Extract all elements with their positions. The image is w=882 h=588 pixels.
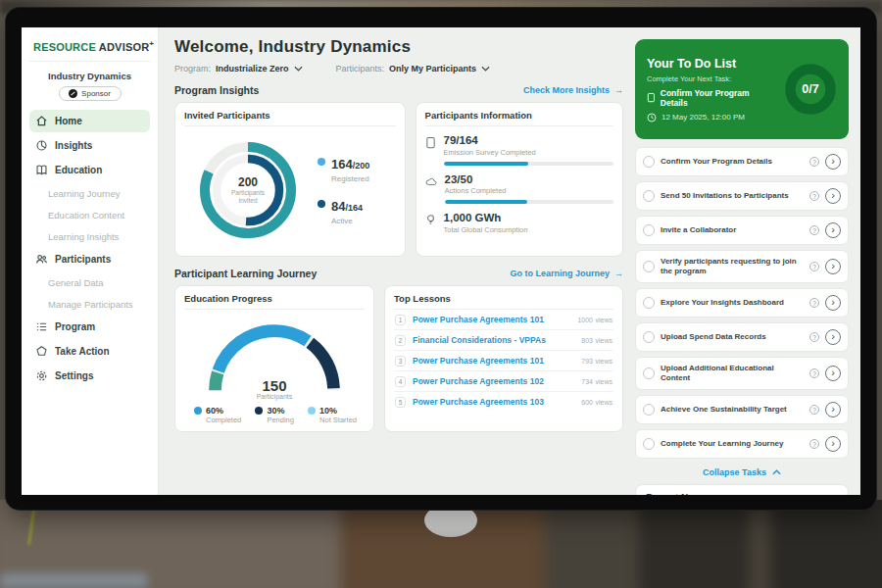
sidebar-item-participants[interactable]: Participants: [29, 248, 150, 270]
settings-icon: [35, 369, 48, 382]
lesson-link[interactable]: Power Purchase Agreements 101: [413, 356, 574, 366]
lesson-link[interactable]: Power Purchase Agreements 102: [413, 376, 574, 386]
logo-primary: RESOURCE: [33, 41, 96, 53]
legend-item-registered: 164/200 Registered: [318, 155, 369, 183]
chevron-right-button[interactable]: ›: [825, 436, 841, 452]
task-checkbox[interactable]: [643, 224, 655, 236]
chevron-right-button[interactable]: ›: [825, 259, 841, 274]
lesson-link[interactable]: Financial Considerations - VPPAs: [413, 335, 574, 345]
card-title: Top Lessons: [394, 293, 613, 310]
task-checkbox[interactable]: [643, 261, 655, 272]
help-icon: ?: [809, 298, 819, 308]
go-to-learning-journey-link[interactable]: Go to Learning Journey →: [510, 269, 623, 278]
todo-task[interactable]: Explore Your Insights Dashboard ? ›: [635, 288, 849, 318]
card-title: Participants Information: [425, 110, 613, 126]
sidebar-item-take-action[interactable]: Take Action: [29, 340, 150, 363]
donut-center-label: Invited: [238, 197, 257, 205]
filter-bar: Program: Industrialize Zero Participants…: [174, 64, 623, 74]
task-checkbox[interactable]: [643, 156, 655, 168]
donut-center-label: Participants: [231, 189, 265, 197]
legend-value: 164: [331, 157, 353, 172]
survey-icon: [425, 136, 436, 149]
task-checkbox[interactable]: [643, 297, 655, 309]
lesson-link[interactable]: Power Purchase Agreements 103: [413, 397, 574, 407]
todo-task[interactable]: Achieve One Sustainability Target ? ›: [635, 395, 849, 424]
chevron-right-button[interactable]: ›: [825, 222, 841, 238]
views-suffix: views: [595, 399, 612, 406]
views-suffix: views: [595, 378, 612, 385]
sidebar-item-learning-insights[interactable]: Learning Insights: [29, 226, 150, 247]
stat-total-consumption: 1,000 GWh Total Global Consumption: [425, 212, 613, 234]
help-icon: ?: [809, 191, 819, 201]
gauge-center-label: Participants: [200, 393, 349, 400]
task-label: Achieve One Sustainability Target: [661, 405, 804, 415]
sidebar-item-label: Home: [55, 116, 82, 126]
chevron-right-button[interactable]: ›: [825, 366, 841, 381]
education-progress-card: Education Progress 150 Participants: [174, 285, 374, 432]
sponsor-badge: Sponsor: [59, 86, 122, 101]
stat-label: Emission Survey Completed: [444, 148, 613, 157]
recent-news-card: Recent News: [635, 484, 849, 495]
chevron-right-button[interactable]: ›: [825, 295, 841, 311]
progress-bar: [445, 200, 613, 204]
todo-task[interactable]: Upload Additional Educational Content ? …: [635, 357, 849, 390]
chevron-right-button[interactable]: ›: [825, 188, 841, 204]
chevron-right-button[interactable]: ›: [825, 329, 841, 345]
program-filter[interactable]: Program: Industrialize Zero: [174, 64, 303, 74]
task-label: Send 50 Invitations to Participants: [661, 191, 804, 201]
sidebar-item-home[interactable]: Home: [29, 110, 150, 132]
todo-task[interactable]: Upload Spend Data Records ? ›: [635, 322, 849, 352]
task-checkbox[interactable]: [643, 438, 655, 450]
chevron-right-button[interactable]: ›: [825, 154, 841, 170]
todo-subtitle: Complete Your Next Task:: [647, 74, 776, 83]
participants-filter-value: Only My Participants: [389, 64, 476, 74]
todo-task[interactable]: Confirm Your Program Details ? ›: [635, 147, 849, 176]
lesson-link[interactable]: Power Purchase Agreements 101: [413, 315, 570, 324]
gauge-center-value: 150: [200, 378, 349, 393]
sidebar-item-education[interactable]: Education: [29, 159, 150, 181]
task-checkbox[interactable]: [643, 190, 655, 202]
help-icon: ?: [809, 368, 819, 378]
todo-task[interactable]: Invite a Collaborator ? ›: [635, 216, 849, 245]
sidebar-item-general-data[interactable]: General Data: [29, 272, 150, 293]
section-title-program-insights: Program Insights: [174, 84, 259, 96]
sidebar-item-program[interactable]: Program: [29, 316, 150, 338]
sidebar-item-learning-journey[interactable]: Learning Journey: [29, 183, 150, 204]
arrow-right-icon: →: [614, 269, 623, 278]
todo-due-date: 12 May 2025, 12:00 PM: [662, 113, 745, 122]
progress-bar-fill: [445, 200, 528, 204]
chevron-right-button[interactable]: ›: [825, 402, 841, 417]
todo-next-task: Confirm Your Program Details: [661, 88, 776, 108]
task-checkbox[interactable]: [643, 331, 655, 343]
sponsor-icon: [69, 89, 77, 98]
collapse-tasks-link[interactable]: Collapse Tasks: [635, 464, 849, 484]
education-icon: [35, 164, 48, 176]
task-label: Complete Your Learning Journey: [661, 439, 804, 449]
org-name: Industry Dynamics: [29, 71, 150, 81]
todo-progress-ring: 0/7: [782, 61, 839, 118]
legend-item-active: 84/164 Active: [318, 197, 369, 225]
sidebar-item-label: Education: [55, 165, 102, 175]
recent-news-title: Recent News: [646, 493, 838, 495]
task-checkbox[interactable]: [643, 404, 655, 416]
sidebar-item-settings[interactable]: Settings: [29, 365, 150, 387]
task-checkbox[interactable]: [643, 368, 655, 379]
legend-total: /164: [345, 203, 363, 213]
lesson-rank: 1: [395, 315, 406, 325]
sidebar-item-insights[interactable]: Insights: [29, 134, 150, 157]
legend-label: Completed: [206, 416, 241, 424]
todo-task[interactable]: Send 50 Invitations to Participants ? ›: [635, 181, 849, 211]
todo-title: Your To Do List: [647, 57, 776, 71]
todo-task[interactable]: Complete Your Learning Journey ? ›: [635, 429, 849, 459]
check-more-insights-link[interactable]: Check More Insights →: [523, 85, 623, 95]
todo-task[interactable]: Verify participants requesting to join t…: [635, 250, 849, 283]
sidebar-item-education-content[interactable]: Education Content: [29, 205, 150, 225]
todo-task-list: Confirm Your Program Details ? › Send 50…: [635, 147, 849, 459]
sidebar-item-manage-participants[interactable]: Manage Participants: [29, 294, 150, 315]
chevron-up-icon: [772, 469, 781, 475]
app-window: RESOURCE ADVISOR+ Industry Dynamics Spon…: [22, 27, 860, 495]
lesson-row: 3 Power Purchase Agreements 101 793 view…: [394, 351, 613, 371]
help-icon: ?: [809, 405, 819, 415]
participants-filter[interactable]: Participants: Only My Participants: [336, 64, 491, 74]
logo-secondary: ADVISOR: [99, 41, 150, 53]
